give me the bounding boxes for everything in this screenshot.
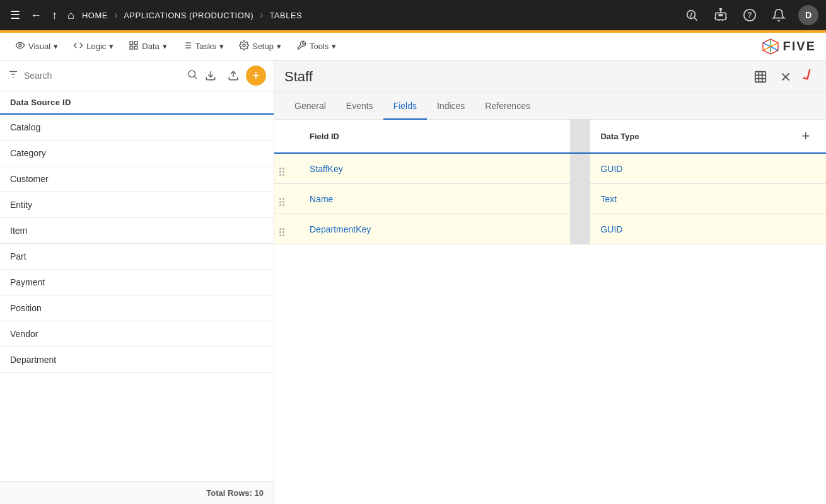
help-icon[interactable]: ? (740, 6, 759, 25)
svg-rect-14 (130, 42, 133, 45)
drag-handle[interactable] (279, 168, 284, 176)
main-layout: + Data Source ID Catalog Category Custom… (0, 60, 826, 504)
second-nav: Visual ▾ Logic ▾ Data ▾ Tasks ▾ Setup ▾ … (0, 33, 826, 60)
field-id-cell[interactable]: StaffKey (300, 153, 570, 184)
col-sep-row1 (570, 184, 590, 214)
tab-indices[interactable]: Indices (427, 93, 475, 120)
sidebar-item-payment[interactable]: Payment (0, 270, 274, 295)
sidebar-footer: Total Rows: 10 (0, 481, 274, 504)
home-breadcrumb[interactable]: HOME (82, 11, 108, 20)
data-type-cell[interactable]: Text (590, 184, 786, 214)
tables-breadcrumb[interactable]: TABLES (269, 11, 302, 20)
col-sep-row2 (570, 214, 590, 244)
add-button[interactable]: + (246, 66, 266, 86)
notification-icon[interactable] (769, 6, 788, 25)
menu-icon[interactable]: ☰ (8, 6, 23, 25)
app-breadcrumb[interactable]: APPLICATIONS (PRODUCTION) (124, 11, 253, 20)
nav-data-label: Data (142, 42, 159, 51)
field-id-cell[interactable]: Name (300, 184, 570, 214)
visual-icon (15, 40, 25, 53)
search-ai-icon[interactable] (682, 6, 701, 25)
content-area: Staff General Events Fields Indices Refe… (274, 60, 826, 504)
field-id-cell[interactable]: DepartmentKey (300, 214, 570, 244)
sidebar-item-customer[interactable]: Customer (0, 166, 274, 192)
sidebar-list: Catalog Category Customer Entity Item Pa… (0, 115, 274, 481)
breadcrumb-sep2: › (260, 9, 263, 21)
tools-icon (296, 40, 306, 53)
nav-tasks[interactable]: Tasks ▾ (177, 38, 229, 55)
logic-icon (73, 40, 83, 53)
close-button[interactable] (776, 67, 796, 87)
svg-line-1 (694, 18, 697, 20)
field-id-header: Field ID (300, 120, 570, 153)
row-actions-cell (786, 184, 826, 214)
sidebar-item-vendor[interactable]: Vendor (0, 321, 274, 347)
confirm-arrow[interactable] (797, 65, 820, 89)
nav-data[interactable]: Data ▾ (124, 38, 172, 55)
col-separator (570, 120, 590, 153)
svg-rect-36 (755, 71, 766, 82)
sidebar-item-part[interactable]: Part (0, 244, 274, 270)
tab-general[interactable]: General (284, 93, 336, 120)
svg-point-6 (720, 8, 722, 10)
drag-handle[interactable] (279, 228, 284, 236)
svg-point-32 (189, 71, 195, 77)
tab-references[interactable]: References (475, 93, 540, 120)
nav-tools[interactable]: Tools ▾ (291, 38, 341, 55)
sidebar-item-position[interactable]: Position (0, 295, 274, 321)
table-row: Name Text (274, 184, 826, 214)
up-icon[interactable]: ↑ (49, 6, 60, 25)
fields-table-wrapper: Field ID Data Type + (274, 120, 826, 504)
sidebar-item-catalog[interactable]: Catalog (0, 115, 274, 140)
content-header-actions (750, 67, 816, 87)
tab-fields[interactable]: Fields (383, 93, 427, 120)
drag-handle-cell (274, 214, 300, 244)
upload-icon-btn[interactable] (223, 66, 243, 86)
table-row: DepartmentKey GUID (274, 214, 826, 244)
svg-rect-17 (135, 46, 138, 49)
home-icon[interactable]: ⌂ (65, 6, 77, 25)
back-icon[interactable]: ← (28, 6, 44, 25)
data-type-cell[interactable]: GUID (590, 153, 786, 184)
nav-visual-label: Visual (28, 42, 50, 51)
five-logo-text: FIVE (783, 39, 816, 54)
svg-rect-3 (719, 14, 720, 16)
visual-arrow: ▾ (54, 42, 58, 51)
tasks-icon (182, 40, 192, 53)
nav-visual[interactable]: Visual ▾ (10, 38, 63, 55)
sidebar-item-entity[interactable]: Entity (0, 192, 274, 218)
add-col-header: + (786, 120, 826, 153)
add-field-button[interactable]: + (796, 126, 816, 146)
data-type-cell[interactable]: GUID (590, 214, 786, 244)
data-icon (129, 40, 139, 53)
top-nav: ☰ ← ↑ ⌂ HOME › APPLICATIONS (PRODUCTION)… (0, 0, 826, 30)
content-title: Staff (284, 69, 750, 85)
sidebar-search-bar: + (0, 60, 274, 91)
sidebar-item-item[interactable]: Item (0, 218, 274, 244)
sidebar-header: Data Source ID (0, 91, 274, 115)
nav-setup[interactable]: Setup ▾ (234, 38, 286, 55)
download-icon-btn[interactable] (201, 66, 221, 86)
robot-icon[interactable] (711, 6, 730, 25)
nav-logic[interactable]: Logic ▾ (68, 38, 119, 55)
data-type-header: Data Type (590, 120, 786, 153)
avatar[interactable]: D (798, 5, 818, 25)
nav-setup-label: Setup (252, 42, 274, 51)
search-icon[interactable] (187, 69, 198, 83)
tasks-arrow: ▾ (219, 42, 224, 51)
drag-handle[interactable] (279, 198, 284, 206)
fields-table: Field ID Data Type + (274, 120, 826, 244)
tab-bar: General Events Fields Indices References (274, 93, 826, 120)
five-logo: FIVE (762, 38, 816, 55)
tab-events[interactable]: Events (336, 93, 383, 120)
sidebar: + Data Source ID Catalog Category Custom… (0, 60, 274, 504)
search-input[interactable] (24, 71, 182, 81)
filter-icon (8, 69, 19, 83)
sidebar-item-department[interactable]: Department (0, 347, 274, 373)
row-actions-cell (786, 214, 826, 244)
five-logo-icon (762, 38, 779, 55)
svg-rect-2 (716, 13, 726, 20)
sidebar-item-category[interactable]: Category (0, 140, 274, 166)
row-actions-cell (786, 153, 826, 184)
table-view-button[interactable] (750, 67, 771, 87)
